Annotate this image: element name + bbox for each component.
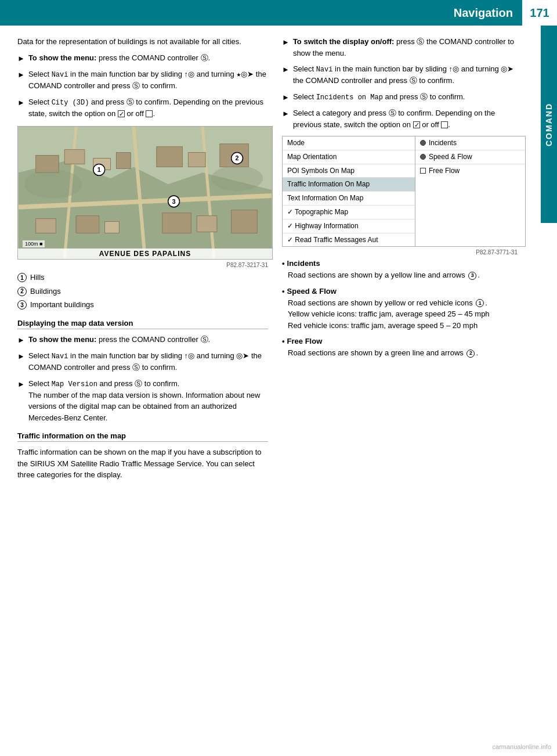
svg-rect-15 — [105, 222, 120, 233]
menu-row-map-orientation[interactable]: Map Orientation — [283, 150, 415, 164]
menu-row-incidents[interactable]: Incidents — [415, 136, 525, 150]
bullet-incidents-body: Road sections are shown by a yellow line… — [282, 269, 518, 281]
right-step4: ► Select a category and press Ⓢ to confi… — [282, 107, 518, 130]
intro-para: Data for the representation of buildings… — [17, 36, 268, 48]
section-map-data-heading: Displaying the map data version — [17, 319, 268, 329]
legend-num-3: 3 — [17, 300, 27, 309]
svg-point-19 — [24, 170, 82, 199]
menu-table: Mode Map Orientation POI Symbols On Map … — [282, 136, 526, 247]
right-step2-text: Select Navi in the main function bar by … — [293, 63, 518, 87]
menu-row-highway[interactable]: ✓ Highway Information — [283, 219, 415, 233]
side-tab: COMAND — [541, 26, 557, 223]
bullet-free-body: Road sections are shown by a green line … — [282, 347, 518, 359]
side-tab-label: COMAND — [544, 103, 554, 146]
bullet-incidents-head: • Incidents — [282, 259, 518, 268]
navi-mono-r: Navi — [316, 66, 333, 74]
bullet-free-head: • Free Flow — [282, 337, 518, 345]
circle-2-free: 2 — [466, 350, 475, 358]
svg-text:2: 2 — [236, 154, 239, 161]
arrow-icon-6: ► — [17, 379, 25, 424]
map-version-mono: Map Version — [52, 380, 97, 388]
svg-rect-17 — [197, 216, 217, 232]
radio-speed-flow — [420, 154, 426, 160]
right-step2: ► Select Navi in the main function bar b… — [282, 63, 518, 87]
checked-box — [118, 110, 125, 117]
incidents-map-mono: Incidents on Map — [316, 93, 383, 102]
map-ver-step1: ► To show the menu: press the COMAND con… — [17, 334, 268, 346]
unchecked-box-r — [441, 121, 448, 128]
svg-rect-11 — [188, 153, 205, 167]
arrow-icon-r3: ► — [282, 92, 290, 103]
bullet-free-flow: • Free Flow Road sections are shown by a… — [282, 337, 518, 359]
incidents-label: Incidents — [429, 138, 457, 148]
menu-row-speed-flow[interactable]: Speed & Flow — [415, 150, 525, 164]
traffic-intro-text: Traffic information can be shown on the … — [17, 447, 268, 481]
legend-important-buildings: 3 Important buildings — [17, 299, 268, 311]
menu-row-topographic[interactable]: ✓ Topographic Map — [283, 206, 415, 219]
arrow-icon-2: ► — [17, 69, 25, 92]
map-ver-step2-text: Select Navi in the main function bar by … — [28, 350, 268, 373]
right-step4-text: Select a category and press Ⓢ to confirm… — [293, 107, 518, 130]
right-step3-text: Select Incidents on Map and press Ⓢ to c… — [293, 91, 518, 103]
menu-row-free-flow[interactable]: Free Flow — [415, 164, 525, 178]
right-bold-1: To switch the display on/off: — [293, 37, 395, 46]
svg-text:3: 3 — [172, 198, 176, 205]
map-caption: AVENUE DES PAPALINS — [18, 249, 272, 259]
arrow-icon: ► — [17, 53, 25, 64]
menu-row-poi[interactable]: POI Symbols On Map — [283, 164, 415, 178]
map-scale: 100m ■ — [23, 240, 45, 247]
bullet-speed-head: • Speed & Flow — [282, 287, 518, 296]
step-show-menu: ► To show the menu: press the COMAND con… — [17, 52, 268, 64]
arrow-icon-r4: ► — [282, 108, 290, 130]
map-ref-1: P82.87-3217-31 — [17, 262, 268, 268]
svg-rect-9 — [116, 153, 131, 169]
svg-rect-18 — [232, 210, 258, 233]
right-step3: ► Select Incidents on Map and press Ⓢ to… — [282, 91, 518, 103]
bullet-speed-label: Speed & Flow — [287, 287, 337, 296]
radio-incidents — [420, 140, 426, 146]
step-select-city3d-text: Select City (3D) and press Ⓢ to confirm.… — [28, 96, 268, 120]
header-title-block: Navigation 171 — [454, 0, 557, 26]
city3d-mono: City (3D) — [52, 99, 89, 107]
bullet-dot-incidents: • — [282, 259, 285, 268]
header-bar: Navigation 171 — [0, 0, 557, 26]
header-title: Navigation — [454, 6, 522, 20]
speed-flow-label: Speed & Flow — [429, 152, 472, 162]
check-free-flow — [420, 168, 426, 174]
legend-label-buildings: Buildings — [30, 286, 61, 297]
menu-row-text-info[interactable]: Text Information On Map — [283, 192, 415, 206]
svg-text:1: 1 — [97, 166, 101, 173]
svg-rect-7 — [64, 150, 85, 164]
legend-num-2: 2 — [17, 287, 27, 296]
arrow-icon-4: ► — [17, 334, 25, 346]
unchecked-box — [146, 110, 153, 117]
checked-box-r — [413, 121, 420, 128]
content-area: Data for the representation of buildings… — [0, 26, 541, 485]
bullet-speed-body: Road sections are shown by yellow or red… — [282, 297, 518, 332]
step-show-menu-bold: To show the menu: — [28, 53, 96, 62]
map-ver-step1-text: To show the menu: press the COMAND contr… — [28, 334, 268, 346]
navi-mono-2: Navi — [52, 352, 68, 361]
legend-hills: 1 Hills — [17, 272, 268, 283]
menu-row-traffic-info[interactable]: Traffic Information On Map — [283, 178, 415, 192]
menu-col-left: Mode Map Orientation POI Symbols On Map … — [283, 136, 415, 246]
map-ver-step2: ► Select Navi in the main function bar b… — [17, 350, 268, 373]
bullet-free-label: Free Flow — [287, 337, 323, 345]
legend-num-1: 1 — [17, 273, 27, 282]
free-flow-label: Free Flow — [429, 166, 460, 176]
footer-watermark: carmanualonline.info — [492, 743, 551, 750]
menu-table-inner: Mode Map Orientation POI Symbols On Map … — [283, 136, 525, 246]
step-select-city3d: ► Select City (3D) and press Ⓢ to confir… — [17, 96, 268, 120]
arrow-icon-5: ► — [17, 351, 25, 373]
legend-buildings: 2 Buildings — [17, 286, 268, 297]
legend-label-hills: Hills — [30, 272, 45, 283]
right-step1-text: To switch the display on/off: press Ⓢ th… — [293, 36, 518, 59]
svg-rect-16 — [162, 213, 191, 233]
menu-row-mode[interactable]: Mode — [283, 136, 415, 150]
menu-row-read-traffic[interactable]: ✓ Read Traffic Messages Aut — [283, 233, 415, 247]
bullet-dot-speed: • — [282, 287, 285, 296]
map-ver-step3: ► Select Map Version and press Ⓢ to conf… — [17, 378, 268, 424]
arrow-icon-r1: ► — [282, 37, 290, 59]
right-step1: ► To switch the display on/off: press Ⓢ … — [282, 36, 518, 59]
svg-rect-13 — [36, 219, 56, 233]
